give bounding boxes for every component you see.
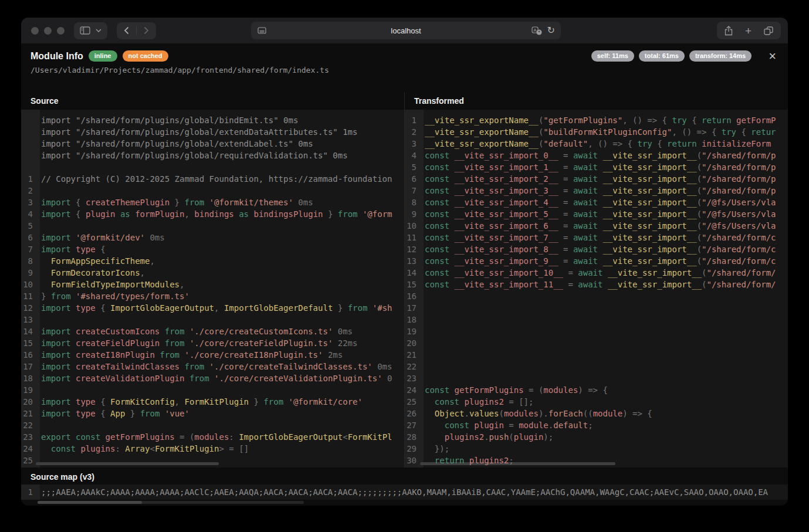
timing-badge-self: self: 11ms bbox=[591, 50, 634, 62]
code-token: FormKitPlugin bbox=[184, 397, 249, 406]
code-token: ; bbox=[509, 456, 513, 465]
code-token: import bbox=[41, 350, 71, 360]
code-token: try bbox=[672, 116, 686, 125]
code-token: import bbox=[41, 151, 76, 160]
url-bar[interactable]: localhost A * ↻ bbox=[251, 22, 561, 39]
module-link[interactable]: "/shared/form/c bbox=[702, 245, 776, 254]
module-link[interactable]: 'vue' bbox=[160, 409, 189, 418]
sidebar-toggle-button[interactable] bbox=[74, 22, 107, 39]
module-link[interactable]: "/@fs/Users/vla bbox=[702, 198, 776, 207]
new-tab-icon[interactable]: + bbox=[745, 25, 752, 36]
code-text bbox=[36, 162, 41, 172]
code-token: bindingsPlugin bbox=[249, 209, 323, 219]
module-link[interactable]: "/shared/form/ bbox=[707, 268, 776, 277]
line-number: 25 bbox=[21, 455, 36, 466]
code-token: { bbox=[736, 127, 751, 137]
code-text: import createFieldPlugin from './core/cr… bbox=[36, 338, 357, 348]
code-token: } bbox=[41, 292, 51, 301]
module-info-header: Module Info inline not cached self: 11ms… bbox=[21, 43, 788, 92]
module-link[interactable]: '#shared/types/form.ts' bbox=[71, 292, 189, 301]
module-link[interactable]: '@formkit/themes' bbox=[204, 198, 293, 207]
module-link[interactable]: '#sh bbox=[367, 303, 392, 313]
code-token: from bbox=[51, 292, 71, 301]
code-text: const __vite_ssr_import_11__ = await __v… bbox=[420, 280, 776, 289]
code-token: __vite_ssr_import__ bbox=[602, 280, 702, 289]
tab-overview-icon[interactable] bbox=[764, 26, 773, 35]
module-link[interactable]: "/shared/form/plugins/global/extendDataA… bbox=[76, 127, 338, 137]
module-link[interactable]: '@formkit/core' bbox=[283, 397, 363, 406]
module-link[interactable]: "/shared/form/c bbox=[702, 256, 776, 266]
code-token: import bbox=[41, 127, 76, 137]
code-text: const __vite_ssr_import_3__ = await __vi… bbox=[420, 186, 776, 195]
code-line: 28 plugins2.push(plugin); bbox=[405, 431, 788, 443]
module-link[interactable]: "/@fs/Users/vla bbox=[702, 221, 776, 231]
module-link[interactable]: './core/createFieldPlugin.ts' bbox=[184, 338, 333, 348]
code-text: } from '#shared/types/form.ts' bbox=[36, 292, 189, 301]
sourcemap-code-area: 1;;;AAEA;AAAkC;AAAA;AAAA;AAAA;AAClC;AAEA… bbox=[21, 484, 788, 500]
code-token: FormKitPl bbox=[348, 432, 392, 442]
code-line: 6import '@formkit/dev' 0ms bbox=[21, 232, 404, 243]
code-token: } bbox=[249, 397, 263, 406]
code-token: { bbox=[71, 209, 86, 219]
module-link[interactable]: "/shared/form/plugins/global/bindEmit.ts… bbox=[76, 116, 279, 125]
line-number: 13 bbox=[405, 255, 420, 267]
code-token: : bbox=[115, 444, 125, 453]
code-token: __vite_ssr_import_3__ bbox=[449, 186, 558, 195]
module-link[interactable]: "/shared/form/plugins/global/extendLabel… bbox=[76, 139, 293, 148]
line-number: 16 bbox=[405, 290, 420, 302]
code-token: = bbox=[558, 174, 573, 184]
code-text bbox=[420, 327, 425, 336]
code-token: , bbox=[180, 280, 184, 289]
module-link[interactable]: './core/createValidationPlugin.ts' bbox=[209, 374, 383, 383]
module-link[interactable]: "/shared/form/p bbox=[702, 151, 776, 160]
code-token: __vite_ssr_import_1__ bbox=[449, 162, 558, 172]
module-link[interactable]: './core/createI18nPlugin.ts' bbox=[180, 350, 323, 360]
module-link[interactable]: "/@fs/Users/vla bbox=[702, 209, 776, 219]
traffic-light-close-button[interactable] bbox=[31, 27, 39, 35]
sourcemap-hscrollbar[interactable] bbox=[38, 501, 142, 504]
module-link[interactable]: "/shared/form/p bbox=[702, 174, 776, 184]
code-token: ;;;AAEA;AAAkC;AAAA;AAAA;AAAA;AAClC;AAEA;… bbox=[41, 487, 768, 497]
code-token: __vite_ssr_import_5__ bbox=[449, 209, 558, 219]
traffic-light-minimize-button[interactable] bbox=[44, 27, 52, 35]
module-link[interactable]: "/shared/form/ bbox=[707, 280, 776, 289]
code-line: 22 bbox=[405, 361, 788, 372]
code-line: 3import { createThemePlugin } from '@for… bbox=[21, 196, 404, 208]
code-token: = bbox=[563, 280, 578, 289]
traffic-light-zoom-button[interactable] bbox=[57, 27, 65, 35]
share-icon[interactable] bbox=[725, 26, 733, 36]
code-token: FormKitPlugin bbox=[155, 444, 219, 453]
line-number: 11 bbox=[21, 290, 36, 302]
code-token: await bbox=[573, 209, 598, 219]
code-token: ); bbox=[543, 432, 553, 442]
module-link[interactable]: "/shared/form/p bbox=[702, 186, 776, 195]
code-line: 17import createTailwindClasses from './c… bbox=[21, 361, 404, 372]
code-token: { bbox=[687, 116, 702, 125]
code-token: = bbox=[558, 221, 573, 231]
code-line: 10 FormFieldTypeImportModules, bbox=[21, 279, 404, 290]
code-line: import "/shared/form/plugins/global/requ… bbox=[21, 150, 404, 161]
code-text: plugins2.push(plugin); bbox=[420, 432, 553, 442]
line-number: 11 bbox=[405, 232, 420, 243]
code-text: ;;;AAEA;AAAkC;AAAA;AAAA;AAAA;AAClC;AAEA;… bbox=[36, 487, 768, 497]
forward-button[interactable] bbox=[144, 26, 149, 35]
reload-icon[interactable]: ↻ bbox=[547, 26, 555, 35]
module-link[interactable]: './core/createCustomIcons.ts' bbox=[184, 327, 333, 336]
code-token: as bbox=[115, 209, 130, 219]
module-link[interactable]: '@form bbox=[358, 209, 392, 219]
module-link[interactable]: '@formkit/dev' bbox=[71, 233, 145, 242]
code-token: __vite_ssr_exportName__ bbox=[425, 116, 539, 125]
translate-icon[interactable]: A * bbox=[532, 26, 542, 35]
code-token: __vite_ssr_import__ bbox=[598, 221, 697, 231]
code-line: 2__vite_ssr_exportName__("buildFormKitPl… bbox=[405, 126, 788, 138]
module-link[interactable]: "/shared/form/plugins/global/requiredVal… bbox=[76, 151, 328, 160]
code-line: 16 bbox=[405, 290, 788, 302]
code-token: __vite_ssr_import_11__ bbox=[449, 280, 563, 289]
module-link[interactable]: "/shared/form/p bbox=[702, 162, 776, 172]
code-token: , bbox=[150, 256, 154, 266]
back-button[interactable] bbox=[124, 26, 129, 35]
code-line: 21 bbox=[405, 349, 788, 361]
module-link[interactable]: "/shared/form/c bbox=[702, 233, 776, 242]
close-overlay-button[interactable]: × bbox=[769, 52, 776, 61]
module-link[interactable]: './core/createTailwindClasses.ts' bbox=[204, 362, 373, 371]
